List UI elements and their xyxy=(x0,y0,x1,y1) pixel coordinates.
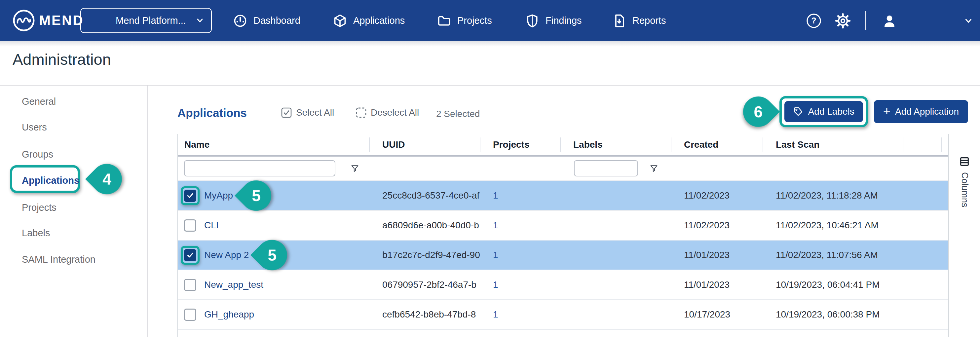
cell-created: 10/17/2023 xyxy=(671,300,763,329)
navbar-shadow xyxy=(0,41,980,46)
user-menu[interactable] xyxy=(881,0,974,41)
cell-projects-link[interactable]: 1 xyxy=(493,250,498,260)
tag-icon xyxy=(793,107,803,117)
sidebar-item-general[interactable]: General xyxy=(22,96,56,107)
table-row[interactable]: MyApp 5 25cc8cd3-6537-4ce0-af 1 11/02/20… xyxy=(178,180,948,210)
add-application-button[interactable]: + Add Application xyxy=(874,100,968,123)
org-logo-blurred xyxy=(84,11,110,30)
cell-labels xyxy=(561,181,671,210)
help-icon: ? xyxy=(806,13,822,29)
applications-heading: Applications xyxy=(177,107,247,119)
nav-item-dashboard[interactable]: Dashboard xyxy=(233,0,300,41)
sidebar-item-users[interactable]: Users xyxy=(22,122,47,133)
nav-item-label: Applications xyxy=(353,15,405,26)
add-labels-button[interactable]: Add Labels xyxy=(784,101,863,122)
nav-item-applications[interactable]: Applications xyxy=(333,0,405,41)
table-row[interactable]: New_app_test 06790957-2bf2-46a7-b 1 11/0… xyxy=(178,270,948,299)
add-labels-label: Add Labels xyxy=(808,107,854,117)
row-checkbox[interactable] xyxy=(184,279,196,291)
table-bottom-filler xyxy=(178,329,948,337)
column-header-extra xyxy=(904,134,948,155)
cell-extra xyxy=(904,181,948,210)
svg-text:?: ? xyxy=(811,16,816,25)
cell-labels xyxy=(561,211,671,240)
highlight-ring-add-labels: Add Labels xyxy=(780,96,868,127)
deselect-all-icon xyxy=(356,107,367,118)
select-all-label: Select All xyxy=(296,107,334,118)
column-header-uuid[interactable]: UUID xyxy=(370,134,480,155)
app-name-link[interactable]: MyApp xyxy=(204,190,233,201)
columns-panel-toggle[interactable]: Columns xyxy=(948,134,980,337)
chevron-down-icon xyxy=(964,16,974,26)
cell-created: 11/01/2023 xyxy=(671,240,763,270)
organization-selector[interactable]: Mend Platform... xyxy=(80,8,212,33)
sidebar-item-groups[interactable]: Groups xyxy=(22,149,53,160)
cell-lastscan: 10/19/2023, 06:04:41 PM xyxy=(763,270,904,299)
cell-extra xyxy=(904,270,948,299)
applications-cube-icon xyxy=(333,14,347,28)
sidebar-item-projects[interactable]: Projects xyxy=(22,202,57,213)
cell-labels xyxy=(561,240,671,270)
select-all-icon xyxy=(281,107,292,118)
cell-uuid: 25cc8cd3-6537-4ce0-af xyxy=(370,181,480,210)
nav-item-projects[interactable]: Projects xyxy=(437,0,492,41)
sidebar-item-applications[interactable]: Applications xyxy=(22,175,79,186)
app-name-link[interactable]: GH_gheapp xyxy=(204,309,254,320)
cell-lastscan: 10/19/2023, 06:00:38 PM xyxy=(763,300,904,329)
cell-projects-link[interactable]: 1 xyxy=(493,309,498,320)
findings-shield-icon xyxy=(525,14,539,28)
nav-item-findings[interactable]: Findings xyxy=(525,0,582,41)
table-row[interactable]: GH_gheapp cefb6542-b8eb-47bd-8 1 10/17/2… xyxy=(178,299,948,329)
nav-item-label: Dashboard xyxy=(253,15,300,26)
brand-wordmark: MEND xyxy=(39,13,84,29)
nav-item-label: Projects xyxy=(457,15,492,26)
callout-step-6: 6 xyxy=(743,97,773,127)
settings-button[interactable] xyxy=(835,0,851,41)
app-name-link[interactable]: New App 2 xyxy=(204,250,249,260)
checkbox-highlight-ring xyxy=(184,219,196,232)
cell-projects-link[interactable]: 1 xyxy=(493,280,498,290)
app-name-link[interactable]: CLI xyxy=(204,220,219,230)
name-filter-input[interactable] xyxy=(184,160,336,176)
row-checkbox[interactable] xyxy=(184,308,196,321)
column-header-created[interactable]: Created xyxy=(671,134,763,155)
applications-table: Name UUID Projects Labels Created Last S… xyxy=(177,134,948,337)
cell-extra xyxy=(904,300,948,329)
deselect-all-button[interactable]: Deselect All xyxy=(356,107,419,118)
table-filter-row xyxy=(178,157,948,180)
nav-item-reports[interactable]: Reports xyxy=(612,0,666,41)
help-button[interactable]: ? xyxy=(806,0,822,41)
cell-created: 11/01/2023 xyxy=(671,270,763,299)
cell-projects-link[interactable]: 1 xyxy=(493,190,498,201)
user-icon xyxy=(881,13,897,29)
filter-icon[interactable] xyxy=(350,164,360,175)
app-name-link[interactable]: New_app_test xyxy=(204,280,263,290)
cell-created: 11/02/2023 xyxy=(671,211,763,240)
top-navbar: MEND Mend Platform... Dashboard Appl xyxy=(0,0,980,41)
select-all-button[interactable]: Select All xyxy=(281,107,334,118)
sidebar-item-saml[interactable]: SAML Integration xyxy=(22,254,95,265)
dashboard-icon xyxy=(233,14,248,28)
column-header-projects[interactable]: Projects xyxy=(480,134,561,155)
mend-logo[interactable]: MEND xyxy=(13,9,84,32)
column-header-name[interactable]: Name xyxy=(178,134,370,155)
callout-step-5: 5 xyxy=(241,180,271,211)
mend-logo-icon xyxy=(13,9,35,32)
cell-labels xyxy=(561,300,671,329)
row-checkbox[interactable] xyxy=(184,219,196,232)
table-row[interactable]: New App 2 5 b17c2c7c-d2f9-47ed-90 1 11/0… xyxy=(178,240,948,270)
column-header-labels[interactable]: Labels xyxy=(561,134,671,155)
columns-icon xyxy=(959,156,970,167)
reports-document-icon xyxy=(612,14,627,28)
org-selector-label: Mend Platform... xyxy=(116,15,195,26)
row-checkbox[interactable] xyxy=(184,249,196,261)
cell-projects-link[interactable]: 1 xyxy=(493,220,498,230)
labels-filter-input[interactable] xyxy=(574,160,638,176)
deselect-all-label: Deselect All xyxy=(371,107,419,118)
table-row[interactable]: CLI a6809d6e-a00b-40d0-b 1 11/02/2023 11… xyxy=(178,210,948,240)
cell-lastscan: 11/02/2023, 10:46:21 AM xyxy=(763,211,904,240)
sidebar-item-labels[interactable]: Labels xyxy=(22,227,50,238)
filter-icon[interactable] xyxy=(649,164,659,175)
row-checkbox[interactable] xyxy=(184,190,196,202)
column-header-lastscan[interactable]: Last Scan xyxy=(763,134,904,155)
